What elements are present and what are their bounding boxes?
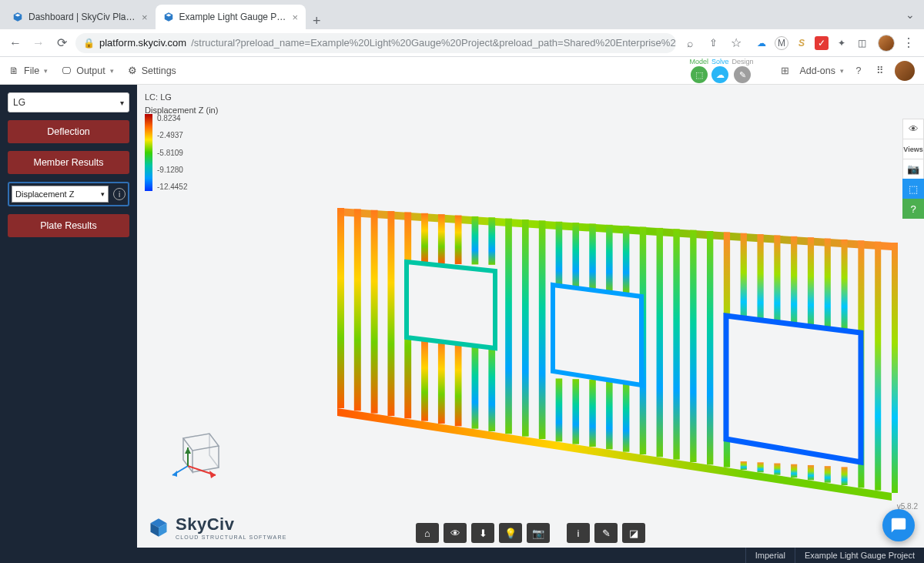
svg-rect-12 [455, 216, 462, 264]
svg-marker-57 [172, 471, 177, 477]
results-sidebar: LG ▾ Deflection Member Results Displacem… [0, 85, 137, 563]
share-icon[interactable]: ⇧ [704, 37, 722, 49]
displacement-model [337, 154, 924, 501]
file-menu[interactable]: 🗎 File ▾ [9, 65, 48, 76]
ext-icon[interactable]: M [775, 36, 788, 50]
eraser-button[interactable]: ◪ [622, 523, 645, 543]
browser-tab-1[interactable]: Example Light Gauge Project | × [156, 5, 306, 29]
legend-tick: -12.4452 [157, 183, 187, 191]
close-icon[interactable]: × [293, 12, 299, 23]
svg-rect-44 [808, 465, 814, 480]
skyciv-mark-icon [148, 517, 169, 538]
file-icon: 🗎 [9, 65, 19, 76]
mode-solve[interactable]: Solve☁ [711, 58, 729, 83]
svg-rect-20 [556, 378, 563, 441]
ext-icon[interactable]: ☁ [755, 36, 768, 50]
brand-name: SkyCiv [176, 514, 287, 535]
svg-rect-31 [657, 228, 663, 457]
info-button[interactable]: i [567, 523, 590, 543]
user-avatar[interactable] [895, 61, 915, 81]
search-icon[interactable]: ⌕ [681, 37, 699, 49]
svg-marker-61 [185, 447, 191, 454]
file-label: File [24, 65, 39, 76]
tabs-collapse-icon[interactable]: ⌄ [906, 8, 915, 21]
svg-rect-34 [707, 231, 713, 464]
svg-rect-18 [522, 220, 529, 437]
gear-icon: ⚙ [128, 65, 137, 76]
legend-tick: -2.4937 [157, 131, 187, 139]
svg-rect-32 [673, 229, 679, 459]
svg-rect-45 [808, 237, 814, 334]
svg-rect-22 [572, 379, 579, 444]
svg-rect-4 [371, 210, 378, 414]
back-button[interactable]: ← [6, 36, 25, 50]
tab-title: Example Light Gauge Project | [179, 12, 287, 22]
help-icon[interactable]: ? [852, 65, 865, 76]
home-view-button[interactable]: ⌂ [416, 523, 439, 543]
addons-menu[interactable]: Add-ons▾ [799, 65, 844, 76]
forward-button[interactable]: → [29, 36, 48, 50]
svg-rect-38 [757, 462, 763, 472]
apps-icon[interactable]: ⊞ [778, 65, 792, 76]
edit-button[interactable]: ✎ [594, 523, 618, 543]
skyciv-logo: SkyCiv CLOUD STRUCTURAL SOFTWARE [148, 514, 287, 540]
viewport-toolbar: ⌂ 👁 ⬇ 💡 📷 i ✎ ◪ [416, 523, 645, 543]
visibility-button[interactable]: 👁 [902, 119, 924, 139]
plate-results-button[interactable]: Plate Results [8, 214, 129, 237]
reload-button[interactable]: ⟳ [52, 35, 71, 50]
project-cell[interactable]: Example Light Gauge Project [795, 548, 924, 563]
new-tab-button[interactable]: + [306, 13, 327, 29]
settings-menu[interactable]: ⚙ Settings [128, 65, 176, 76]
download-button[interactable]: ⬇ [471, 523, 494, 543]
ext-icon[interactable]: S [795, 36, 808, 50]
extensions-icon[interactable]: ✦ [835, 36, 849, 50]
svg-rect-14 [472, 216, 479, 264]
lock-icon: 🔒 [83, 38, 95, 49]
deflection-button[interactable]: Deflection [8, 120, 129, 143]
browser-menu-icon[interactable]: ⋮ [899, 35, 918, 50]
apps-grid-icon[interactable]: ⠿ [873, 65, 887, 76]
displacement-select-wrap: Displacement Z ▾ i [8, 182, 129, 206]
axes-gizmo[interactable] [168, 424, 229, 478]
chevron-down-icon: ▾ [101, 190, 105, 198]
load-combo-select[interactable]: LG ▾ [8, 92, 129, 112]
svg-rect-33 [690, 230, 696, 462]
svg-rect-28 [623, 380, 629, 451]
profile-avatar[interactable] [878, 35, 895, 52]
viewport-canvas[interactable]: LC: LG Displacement Z (in) 0.8234 -2.493… [137, 85, 924, 563]
lightbulb-button[interactable]: 💡 [499, 523, 522, 543]
url-path: /structural?preload_name=Example%20Light… [191, 37, 676, 49]
star-icon[interactable]: ☆ [727, 35, 745, 50]
extensions-row: ☁ M S ✓ ✦ ◫ [750, 36, 873, 50]
member-results-button[interactable]: Member Results [8, 151, 129, 174]
svg-rect-24 [589, 380, 596, 447]
mode-switcher: Model⬚ Solve☁ Design✎ [689, 58, 753, 83]
displacement-select[interactable]: Displacement Z ▾ [12, 186, 109, 203]
close-icon[interactable]: × [142, 12, 148, 23]
svg-rect-15 [488, 341, 495, 431]
info-icon[interactable]: i [113, 188, 126, 200]
toggle-visibility-button[interactable]: 👁 [444, 523, 467, 543]
sidepanel-icon[interactable]: ◫ [855, 36, 869, 50]
svg-rect-41 [774, 235, 780, 333]
skyciv-favicon-icon [163, 12, 174, 22]
mode-model[interactable]: Model⬚ [689, 58, 708, 83]
legend-tick: -5.8109 [157, 149, 187, 157]
model-icon: ⬚ [691, 66, 708, 83]
svg-rect-52 [892, 243, 898, 493]
skyciv-app: 🗎 File ▾ 🖵 Output ▾ ⚙ Settings Model⬚ So… [0, 57, 924, 563]
tab-title: Dashboard | SkyCiv Platform [28, 12, 136, 22]
svg-rect-7 [421, 340, 428, 421]
skyciv-favicon-icon [12, 12, 23, 22]
units-cell[interactable]: Imperial [745, 548, 795, 563]
browser-tab-0[interactable]: Dashboard | SkyCiv Platform × [5, 5, 156, 29]
ext-icon[interactable]: ✓ [815, 36, 829, 50]
output-menu[interactable]: 🖵 Output ▾ [62, 65, 114, 76]
mode-design[interactable]: Design✎ [732, 58, 753, 83]
screenshot-button[interactable]: 📷 [527, 523, 550, 543]
svg-rect-48 [842, 467, 848, 485]
browser-address-bar: ← → ⟳ 🔒 platform.skyciv.com/structural?p… [0, 29, 924, 57]
svg-rect-19 [539, 220, 546, 439]
url-field[interactable]: 🔒 platform.skyciv.com/structural?preload… [75, 33, 676, 53]
chat-button[interactable] [882, 509, 915, 541]
